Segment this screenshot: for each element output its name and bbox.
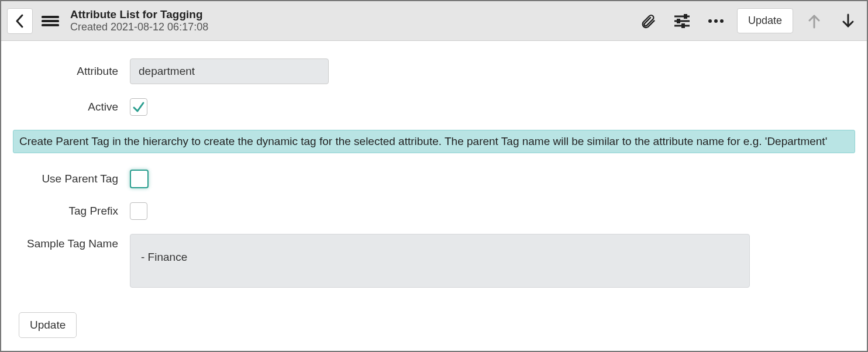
svg-rect-6	[677, 19, 680, 23]
toolbar: Attribute List for Tagging Created 2021-…	[1, 1, 867, 41]
row-attribute: Attribute	[13, 58, 855, 84]
arrow-up-icon	[807, 13, 821, 29]
row-active: Active	[13, 98, 855, 116]
label-active: Active	[13, 101, 130, 113]
paperclip-icon	[640, 13, 656, 29]
arrow-down-icon	[841, 13, 855, 29]
update-button-bottom[interactable]: Update	[19, 312, 77, 338]
check-icon	[132, 101, 145, 113]
svg-rect-4	[684, 14, 687, 19]
svg-rect-0	[42, 16, 59, 18]
svg-point-10	[714, 19, 718, 23]
attribute-input[interactable]	[130, 58, 329, 84]
active-checkbox[interactable]	[130, 98, 147, 116]
next-record-button[interactable]	[835, 8, 861, 34]
page-title: Attribute List for Tagging	[70, 8, 631, 21]
page-subtitle: Created 2021-08-12 06:17:08	[70, 21, 631, 33]
prev-record-button[interactable]	[801, 8, 827, 34]
menu-button[interactable]	[37, 8, 63, 34]
svg-point-11	[720, 19, 724, 23]
info-banner: Create Parent Tag in the hierarchy to cr…	[13, 130, 855, 153]
svg-rect-8	[681, 23, 685, 28]
back-button[interactable]	[7, 8, 33, 34]
tag-prefix-checkbox[interactable]	[130, 202, 147, 220]
svg-rect-2	[42, 24, 59, 26]
form-content: Attribute Active Create Parent Tag in th…	[1, 41, 867, 350]
use-parent-tag-checkbox[interactable]	[130, 170, 149, 188]
sliders-icon	[673, 13, 691, 29]
chevron-left-icon	[15, 13, 25, 29]
svg-point-9	[708, 19, 712, 23]
more-actions-button[interactable]	[703, 8, 729, 34]
row-sample-tag-name: Sample Tag Name - Finance	[13, 234, 855, 288]
label-attribute: Attribute	[13, 65, 130, 78]
svg-rect-1	[42, 20, 59, 22]
label-sample-tag-name: Sample Tag Name	[13, 234, 130, 250]
menu-icon	[42, 15, 59, 27]
update-button-top[interactable]: Update	[737, 8, 793, 33]
more-horizontal-icon	[707, 18, 725, 24]
settings-button[interactable]	[669, 8, 695, 34]
attachments-button[interactable]	[635, 8, 661, 34]
title-block: Attribute List for Tagging Created 2021-…	[70, 8, 631, 33]
row-tag-prefix: Tag Prefix	[13, 202, 855, 220]
row-use-parent-tag: Use Parent Tag	[13, 170, 855, 188]
toolbar-right: Update	[635, 8, 861, 34]
label-use-parent-tag: Use Parent Tag	[13, 172, 130, 185]
label-tag-prefix: Tag Prefix	[13, 205, 130, 218]
sample-tag-name-display: - Finance	[130, 234, 750, 288]
